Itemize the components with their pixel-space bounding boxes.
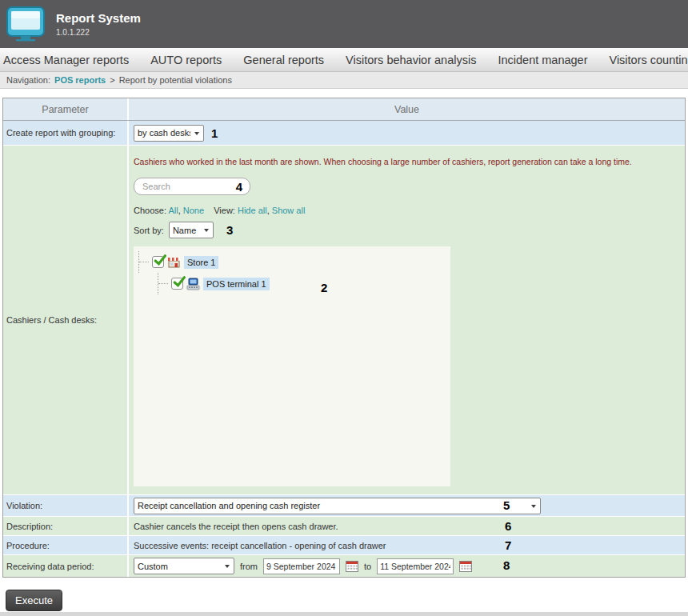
sort-select-wrap: Name: [169, 222, 214, 238]
callout-2: 2: [321, 282, 327, 294]
app-version: 1.0.1.222: [56, 28, 141, 37]
store-checkbox-checked[interactable]: [152, 256, 164, 268]
row-cashiers: Cashiers / Cash desks: Cashiers who work…: [3, 145, 685, 494]
procedure-value-cell: Successive events: receipt cancellation …: [129, 536, 685, 554]
sort-select[interactable]: Name: [169, 222, 214, 238]
period-label: Receiving data period:: [3, 555, 129, 577]
store-icon: [167, 256, 181, 269]
cashiers-value-cell: Cashiers who worked in the last month ar…: [129, 146, 685, 494]
procedure-text: Successive events: receipt cancellation …: [134, 541, 386, 550]
tree-node-store[interactable]: Store 1: [138, 251, 450, 273]
cashiers-search: 4: [134, 178, 250, 195]
grouping-label: Create report with grouping:: [3, 121, 129, 145]
main-menu: Access Manager reports AUTO reports Gene…: [0, 48, 688, 72]
app-logo-icon: [6, 6, 45, 42]
callout-1: 1: [211, 127, 218, 139]
to-label: to: [364, 562, 371, 571]
comma: ,: [178, 206, 181, 215]
violation-label: Violation:: [3, 495, 129, 516]
execute-button[interactable]: Execute: [6, 590, 62, 611]
footer-strip: [0, 612, 688, 616]
calendar-icon-to[interactable]: [459, 560, 472, 572]
column-header-parameter: Parameter: [3, 98, 129, 120]
grouping-select[interactable]: by cash desks: [134, 125, 204, 142]
choose-all-link[interactable]: All: [168, 206, 178, 215]
cashiers-warning-text: Cashiers who worked in the last month ar…: [134, 157, 678, 166]
menu-item-visitors-behavior-analysis[interactable]: Visitors behavior analysis: [346, 54, 476, 66]
comma: ,: [267, 206, 270, 215]
tree-label-pos-terminal[interactable]: POS terminal 1: [203, 278, 270, 290]
app-title: Report System: [56, 11, 141, 25]
period-mode-select-wrap: Custom: [134, 558, 234, 574]
view-show-all-link[interactable]: Show all: [272, 206, 306, 215]
table-header-row: Parameter Value: [3, 98, 685, 121]
description-label: Description:: [3, 517, 129, 535]
description-value-cell: Cashier cancels the receipt then opens c…: [129, 517, 685, 535]
period-mode-select[interactable]: Custom: [134, 558, 234, 574]
tree-connector: [138, 251, 150, 273]
parameters-table: Parameter Value Create report with group…: [2, 98, 686, 578]
row-grouping: Create report with grouping: by cash des…: [3, 121, 685, 145]
view-label: View:: [214, 206, 235, 215]
callout-7: 7: [505, 539, 511, 551]
tree-connector: [158, 273, 170, 294]
callout-8: 8: [503, 559, 510, 571]
date-from-input[interactable]: [263, 558, 340, 574]
breadcrumb-current-page: Report by potential violations: [119, 75, 232, 85]
callout-5: 5: [503, 499, 510, 511]
violation-select[interactable]: Receipt cancellation and opening cash re…: [134, 498, 541, 514]
menu-item-general-reports[interactable]: General reports: [243, 54, 324, 66]
choose-label: Choose:: [134, 206, 166, 215]
report-parameters: Parameter Value Create report with group…: [2, 98, 686, 611]
search-input[interactable]: [134, 178, 250, 195]
column-header-value: Value: [129, 98, 685, 120]
breadcrumb-separator: >: [110, 75, 114, 85]
callout-3: 3: [226, 224, 233, 236]
procedure-label: Procedure:: [3, 536, 129, 554]
pos-terminal-icon: [186, 278, 200, 290]
breadcrumb-label: Navigation:: [6, 75, 50, 85]
menu-item-access-manager-reports[interactable]: Access Manager reports: [3, 54, 129, 66]
violation-value-cell: Receipt cancellation and opening cash re…: [129, 495, 685, 516]
cashiers-label: Cashiers / Cash desks:: [3, 146, 129, 494]
grouping-select-wrap: by cash desks: [134, 125, 204, 142]
app-title-block: Report System 1.0.1.222: [56, 11, 141, 37]
menu-item-incident-manager[interactable]: Incident manager: [498, 54, 587, 66]
sort-by-label: Sort by:: [134, 226, 164, 235]
breadcrumb-link-pos-reports[interactable]: POS reports: [54, 75, 106, 85]
menu-item-auto-reports[interactable]: AUTO reports: [150, 54, 222, 66]
tree-label-store[interactable]: Store 1: [184, 256, 218, 269]
app-header: Report System 1.0.1.222: [0, 0, 688, 48]
report-system-app: Report System 1.0.1.222 Access Manager r…: [0, 0, 688, 616]
breadcrumb: Navigation: POS reports > Report by pote…: [0, 72, 688, 89]
row-period: Receiving data period: Custom from to: [3, 554, 685, 577]
view-hide-all-link[interactable]: Hide all: [238, 206, 267, 215]
violation-select-wrap: Receipt cancellation and opening cash re…: [134, 498, 541, 514]
choose-view-row: Choose: All, None View: Hide all, Show a…: [134, 206, 678, 215]
callout-4: 4: [236, 181, 242, 193]
choose-none-link[interactable]: None: [183, 206, 204, 215]
from-label: from: [240, 562, 258, 571]
cashiers-tree: Store 1: [134, 246, 450, 486]
pos-terminal-checkbox-checked[interactable]: [171, 278, 183, 290]
sort-row: Sort by: Name 3: [134, 222, 678, 238]
row-violation: Violation: Receipt cancellation and open…: [3, 494, 685, 516]
tree-node-pos-terminal[interactable]: POS terminal 1: [158, 273, 450, 294]
calendar-icon-from[interactable]: [346, 560, 358, 572]
row-description: Description: Cashier cancels the receipt…: [3, 516, 685, 535]
description-text: Cashier cancels the receipt then opens c…: [134, 522, 338, 531]
callout-6: 6: [505, 520, 511, 532]
date-to-input[interactable]: [377, 558, 454, 574]
period-value-cell: Custom from to: [129, 555, 685, 577]
row-procedure: Procedure: Successive events: receipt ca…: [3, 535, 685, 554]
menu-item-visitors-counting[interactable]: Visitors counting: [609, 54, 688, 66]
grouping-value-cell: by cash desks 1: [129, 121, 685, 145]
